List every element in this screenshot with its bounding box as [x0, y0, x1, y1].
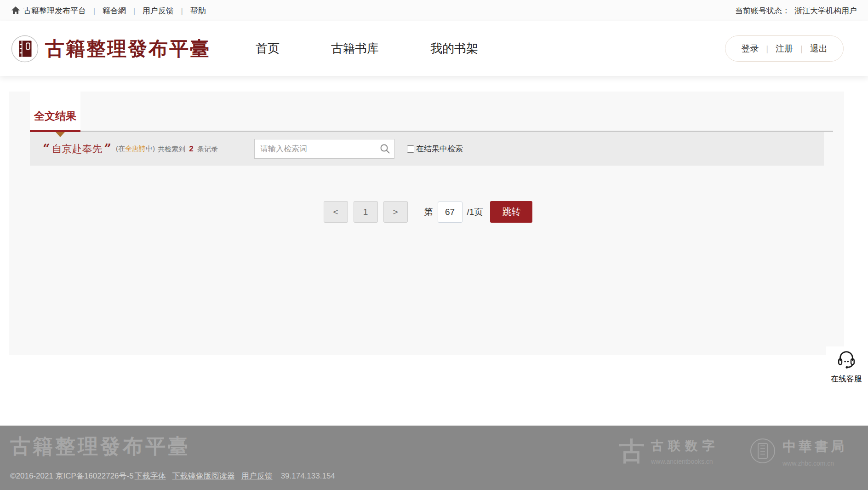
download-reader-link[interactable]: 下载镜像版阅读器 — [172, 471, 235, 481]
zhbc-url: www.zhbc.com.cn — [782, 460, 847, 467]
gulian-url: www.ancientbooks.cn — [651, 458, 719, 465]
online-service-label: 在线客服 — [826, 374, 867, 384]
query-scope: (在全唐詩中) — [116, 144, 155, 153]
copyright-text: ©2016-2021 京ICP备16022726号-5 — [10, 471, 134, 481]
separator: | — [181, 7, 183, 15]
jump-prefix-label: 第 — [424, 206, 433, 218]
nav-home[interactable]: 首页 — [256, 40, 280, 57]
header: 古籍整理發布平臺 首页 古籍书库 我的书架 登录 | 注册 | 退出 — [0, 21, 868, 76]
footer: 古籍整理發布平臺 ©2016-2021 京ICP备16022726号-5 下载字… — [0, 426, 868, 490]
footer-feedback-link[interactable]: 用户反馈 — [241, 471, 273, 481]
logout-link[interactable]: 退出 — [810, 43, 828, 55]
nav-library[interactable]: 古籍书库 — [331, 40, 379, 57]
account-status-label: 当前账号状态： — [735, 6, 790, 16]
open-quote: “ — [43, 142, 50, 156]
separator: | — [133, 7, 135, 15]
online-service-widget[interactable]: 在线客服 — [826, 346, 867, 387]
footer-site-title: 古籍整理發布平臺 — [10, 433, 190, 460]
auth-links: 登录 | 注册 | 退出 — [725, 35, 844, 62]
total-pages-label: /1页 — [467, 206, 483, 218]
main-nav: 首页 古籍书库 我的书架 — [256, 40, 478, 57]
page-1-button[interactable]: 1 — [354, 201, 378, 223]
home-icon — [11, 6, 20, 15]
search-in-results-label: 在结果中检索 — [416, 144, 463, 154]
download-font-link[interactable]: 下载字体 — [135, 471, 166, 481]
gulian-logo-icon: 古 — [619, 438, 645, 465]
headset-icon — [836, 348, 857, 369]
topbar-link-feedback[interactable]: 用户反馈 — [143, 6, 174, 16]
query-summary: “ 自京赴奉先 ” (在全唐詩中) 共检索到 2 条记录 — [43, 132, 218, 166]
query-text: 自京赴奉先 — [52, 142, 103, 156]
register-link[interactable]: 注册 — [776, 43, 793, 55]
result-count: 共检索到 2 条记录 — [158, 144, 218, 154]
book-logo-icon — [11, 35, 39, 63]
scope-suffix: 中) — [146, 144, 155, 152]
ip-address: 39.174.133.154 — [281, 472, 335, 481]
scope-link[interactable]: 全唐詩 — [125, 144, 146, 152]
tab-fulltext-results[interactable]: 全文结果 — [30, 92, 80, 130]
separator: | — [766, 44, 768, 54]
zhbc-name: 中華書局 — [782, 438, 847, 456]
page-number-input[interactable] — [438, 202, 463, 223]
partner-logos: 古 古联数字 www.ancientbooks.cn 中華書局 www.zhbc… — [619, 438, 847, 467]
search-in-results-checkbox[interactable] — [407, 145, 414, 153]
search-icon — [380, 144, 390, 154]
nav-bookshelf[interactable]: 我的书架 — [430, 40, 478, 57]
tab-pointer-triangle — [56, 132, 65, 137]
search-box — [254, 139, 394, 159]
count-value: 2 — [189, 144, 193, 153]
jump-button[interactable]: 跳转 — [490, 201, 532, 223]
search-in-results-group: 在结果中检索 — [407, 132, 463, 166]
count-suffix: 条记录 — [197, 145, 218, 153]
topbar-link-jihewang[interactable]: 籍合網 — [103, 6, 126, 16]
partner-zhbc[interactable]: 中華書局 www.zhbc.com.cn — [749, 438, 847, 467]
count-prefix: 共检索到 — [158, 145, 185, 153]
results-panel: 全文结果 “ 自京赴奉先 ” (在全唐詩中) 共检索到 2 条记录 — [9, 92, 844, 355]
login-link[interactable]: 登录 — [741, 43, 759, 55]
account-status-value: 浙江大学机构用户 — [794, 6, 857, 16]
logo-link[interactable]: 古籍整理發布平臺 — [11, 35, 211, 63]
pagination: < 1 > 第 /1页 跳转 — [9, 201, 844, 223]
topbar-home-label: 古籍整理发布平台 — [23, 6, 86, 16]
prev-page-button[interactable]: < — [324, 201, 348, 223]
account-status: 当前账号状态： 浙江大学机构用户 — [735, 6, 857, 16]
topbar: 古籍整理发布平台 | 籍合網 | 用户反馈 | 帮助 当前账号状态： 浙江大学机… — [0, 0, 868, 21]
search-summary-row: “ 自京赴奉先 ” (在全唐詩中) 共检索到 2 条记录 在结果 — [30, 132, 824, 166]
close-quote: ” — [104, 142, 112, 156]
site-title: 古籍整理發布平臺 — [45, 36, 211, 62]
separator: | — [93, 7, 95, 15]
gulian-name: 古联数字 — [651, 438, 719, 454]
tab-active-underline — [30, 130, 80, 132]
topbar-link-help[interactable]: 帮助 — [190, 6, 206, 16]
next-page-button[interactable]: > — [383, 201, 408, 223]
scope-prefix: (在 — [116, 144, 125, 152]
search-input[interactable] — [255, 144, 376, 154]
separator: | — [800, 44, 803, 54]
search-button[interactable] — [376, 139, 394, 158]
topbar-links: 古籍整理发布平台 | 籍合網 | 用户反馈 | 帮助 — [11, 6, 206, 16]
home-link[interactable]: 古籍整理发布平台 — [11, 6, 86, 16]
zhbc-seal-icon — [749, 438, 776, 464]
footer-meta: ©2016-2021 京ICP备16022726号-5 下载字体 下载镜像版阅读… — [10, 471, 335, 481]
partner-gulian[interactable]: 古 古联数字 www.ancientbooks.cn — [619, 438, 719, 467]
